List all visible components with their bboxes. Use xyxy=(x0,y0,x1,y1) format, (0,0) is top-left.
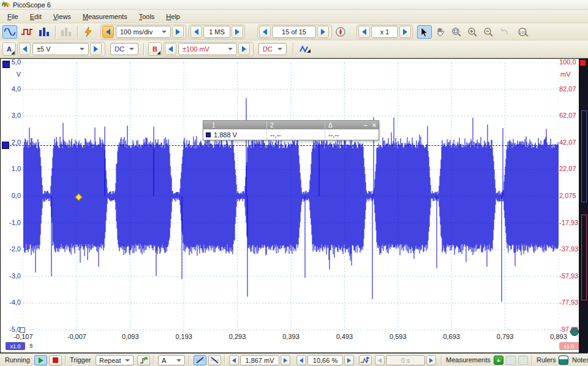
falling-edge-button[interactable] xyxy=(208,355,221,365)
zoom-in-tool-button[interactable] xyxy=(465,25,480,39)
zoom-full-button[interactable]: 100 xyxy=(516,25,531,39)
waveform-plot[interactable] xyxy=(23,63,559,330)
trigger-mode-select[interactable]: Repeat xyxy=(96,355,134,365)
spectrum-view-button[interactable] xyxy=(37,25,51,39)
channel-a-coupling-select[interactable]: DC xyxy=(110,43,138,55)
y-right-tick-label: 22,07 xyxy=(559,165,580,172)
samples-decrease-button[interactable] xyxy=(190,26,202,38)
y-right-tick-label: 42,07 xyxy=(559,139,580,146)
ruler-column-delta-header: Δ xyxy=(325,122,361,129)
left-arrow-icon xyxy=(232,358,236,363)
samples-value: 1 MS xyxy=(209,28,225,36)
minimize-icon[interactable]: – xyxy=(361,122,370,129)
hand-icon xyxy=(436,28,445,37)
pretrigger-field[interactable]: 10,66 % xyxy=(307,355,343,365)
channel-b-range-increase-button[interactable] xyxy=(238,43,250,55)
channel-a-range-increase-button[interactable] xyxy=(90,43,102,55)
trigger-level-decrease-button[interactable] xyxy=(229,355,239,365)
advanced-trigger-button[interactable] xyxy=(137,355,150,365)
trigger-level-field[interactable]: 1,867 mV xyxy=(240,355,279,365)
right-arrow-icon xyxy=(94,46,98,52)
normal-selection-tool-button[interactable] xyxy=(417,25,432,39)
post-trigger-time-decrease-button[interactable] xyxy=(375,355,385,365)
add-measurement-button[interactable]: + xyxy=(494,356,503,365)
hand-tool-button[interactable] xyxy=(433,25,448,39)
channel-b-coupling-select[interactable]: DC xyxy=(258,43,287,55)
ruler-delta-value: --,-- xyxy=(325,129,379,140)
rulers-button[interactable] xyxy=(559,356,568,365)
right-arrow-icon xyxy=(235,29,239,35)
channel-b-range-decrease-button[interactable] xyxy=(165,43,176,55)
measurements-label: Measurements xyxy=(446,356,491,364)
cursor-arrow-icon xyxy=(421,28,428,37)
trigger-level-value: 1,867 mV xyxy=(245,357,274,364)
channel-b-range-select[interactable]: ±100 mV xyxy=(178,43,237,55)
timebase-increase-button[interactable] xyxy=(172,26,184,38)
y-right-tick-label: -17,93 xyxy=(559,219,580,226)
buffer-position-field[interactable]: 15 of 15 xyxy=(272,26,316,38)
x-tick-label: 0,093 xyxy=(111,333,150,340)
compass-icon xyxy=(336,27,345,37)
zoom-increase-button[interactable] xyxy=(399,26,411,38)
background-box-red xyxy=(581,215,587,300)
menu-item-views[interactable]: Views xyxy=(53,13,71,20)
chevron-down-icon xyxy=(162,31,167,36)
pretrigger-decrease-button[interactable] xyxy=(296,355,306,365)
buffer-next-button[interactable] xyxy=(317,26,329,38)
zoom-window-icon xyxy=(452,28,461,37)
channel-a-swatch xyxy=(206,132,211,137)
y-left-tick-label: 5,0 xyxy=(1,58,21,66)
signal-generator-button[interactable] xyxy=(298,42,312,56)
channel-a-range-select[interactable]: ±5 V xyxy=(32,43,89,55)
signal-ruler-line[interactable] xyxy=(10,145,559,146)
channel-a-range-decrease-button[interactable] xyxy=(19,43,31,55)
x-tick-label: 0,693 xyxy=(432,333,471,340)
start-button[interactable] xyxy=(34,355,47,365)
timebase-decrease-button[interactable] xyxy=(102,26,114,38)
lightning-icon xyxy=(85,27,92,37)
menu-item-file[interactable]: File xyxy=(7,13,18,20)
zoom-factor-field[interactable]: x 1 xyxy=(371,26,398,38)
menu-item-help[interactable]: Help xyxy=(166,13,180,20)
scope-view-button[interactable] xyxy=(2,25,17,39)
edit-measurement-button xyxy=(506,356,516,365)
buffer-prev-button[interactable] xyxy=(259,26,271,38)
ruler-legend-header[interactable]: 1 2 Δ – ✕ xyxy=(203,121,379,129)
menu-item-measurements[interactable]: Measurements xyxy=(83,13,127,20)
window-zoom-tool-button[interactable] xyxy=(449,25,464,39)
samples-select[interactable]: 1 MS xyxy=(203,26,230,38)
zoom-out-tool-button[interactable] xyxy=(481,25,496,39)
timebase-select[interactable]: 100 ms/div xyxy=(116,26,171,38)
x-tick-label: 0,593 xyxy=(379,333,418,340)
stop-button[interactable] xyxy=(49,355,62,365)
waveform-generator-icon xyxy=(300,45,311,53)
buffer-navigator-button[interactable] xyxy=(334,25,347,39)
trigger-level-increase-button[interactable] xyxy=(281,355,290,365)
trigger-source-select[interactable]: A xyxy=(158,355,185,365)
right-arrow-icon xyxy=(176,29,180,35)
channel-b-range-value: ±100 mV xyxy=(183,45,209,53)
ruler-legend-panel[interactable]: 1 2 Δ – ✕ 1,888 V --,-- --,-- xyxy=(203,120,379,140)
rising-edge-button[interactable] xyxy=(194,355,206,365)
close-icon[interactable]: ✕ xyxy=(370,122,379,129)
channel-b-button[interactable]: B xyxy=(148,42,162,56)
post-trigger-mode-button[interactable] xyxy=(359,355,372,365)
ruler-handle-channel-b[interactable] xyxy=(579,59,586,66)
x-tick-label: 0,193 xyxy=(164,333,203,340)
y-right-tick-label: 2,075 xyxy=(559,192,580,199)
persistence-view-button[interactable] xyxy=(20,25,34,39)
pretrigger-increase-button[interactable] xyxy=(344,355,354,365)
post-trigger-time-increase-button[interactable] xyxy=(426,355,436,365)
trigger-mode-value: Repeat xyxy=(99,357,121,364)
histogram-icon xyxy=(39,28,49,36)
y-right-tick-label: 100,0 xyxy=(559,58,580,66)
menu-item-edit[interactable]: Edit xyxy=(30,13,42,20)
samples-increase-button[interactable] xyxy=(232,26,243,38)
channel-a-button[interactable]: A xyxy=(2,42,16,56)
y-right-scale-badge: x1.0 xyxy=(559,342,579,350)
ruler-legend-row: 1,888 V --,-- --,-- xyxy=(203,129,379,140)
auto-setup-button[interactable] xyxy=(81,25,96,39)
menu-item-tools[interactable]: Tools xyxy=(139,13,155,20)
corner-expand-icon xyxy=(11,51,15,55)
zoom-decrease-button[interactable] xyxy=(358,26,370,38)
